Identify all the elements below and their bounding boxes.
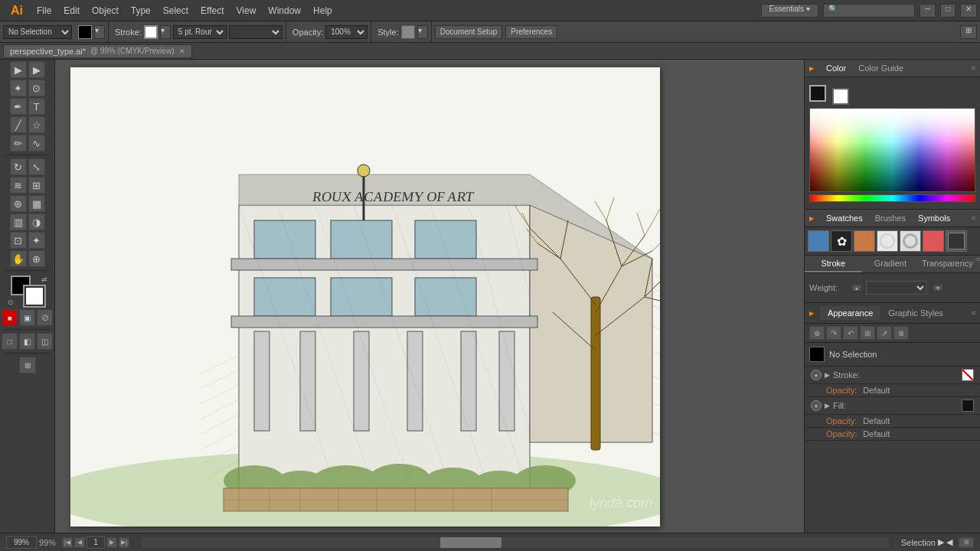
close-btn[interactable]: ✕ (960, 4, 977, 18)
eyedropper-tool[interactable]: ✦ (28, 232, 45, 249)
menu-select[interactable]: Select (157, 4, 194, 18)
close-tab-btn[interactable]: ✕ (179, 47, 185, 55)
selection-status[interactable]: Selection ▶ ◀ (901, 537, 952, 547)
style-arrow[interactable]: ▾ (417, 25, 428, 39)
none-mode-btn[interactable]: ⊘ (37, 309, 53, 326)
reset-colors-icon[interactable]: ⊙ (8, 298, 14, 306)
minimize-btn[interactable]: ─ (920, 4, 936, 18)
weight-up-btn[interactable]: ▲ (852, 285, 861, 291)
rotate-tool[interactable]: ↻ (10, 158, 27, 175)
page-input[interactable] (87, 536, 105, 549)
screen-mode-btn[interactable]: ⊞ (19, 357, 36, 373)
draw-inside-btn[interactable]: ◫ (37, 333, 53, 350)
color-panel-collapse[interactable]: ▶ (809, 65, 814, 72)
stroke-row-swatch[interactable] (962, 369, 974, 381)
color-bg-swatch[interactable] (832, 88, 849, 105)
fill-swatch[interactable] (78, 25, 92, 39)
stroke-tab[interactable]: Stroke (805, 256, 862, 272)
magic-wand-tool[interactable]: ✦ (10, 80, 27, 96)
swatches-panel-opts[interactable]: ≡ (972, 214, 975, 222)
appearance-tool-1[interactable]: ⊕ (809, 326, 825, 340)
appearance-tab[interactable]: Appearance (820, 306, 880, 320)
maximize-btn[interactable]: □ (940, 4, 956, 18)
graph-tool[interactable]: ▦ (28, 195, 45, 212)
graphic-styles-tab[interactable]: Graphic Styles (880, 306, 951, 320)
menu-edit[interactable]: Edit (57, 4, 86, 18)
appearance-tool-3[interactable]: ↶ (843, 326, 858, 340)
opacity-select[interactable]: 100% (325, 25, 368, 39)
appearance-tool-5[interactable]: ↗ (877, 326, 892, 340)
free-transform-tool[interactable]: ⊞ (28, 177, 45, 194)
appearance-tool-6[interactable]: ⊗ (893, 326, 909, 340)
column-graph-tool[interactable]: ▥ (10, 214, 27, 230)
swatch-1[interactable] (808, 230, 829, 252)
weight-down-btn[interactable]: ▼ (933, 285, 942, 291)
pie-tool[interactable]: ◑ (28, 214, 45, 230)
menu-help[interactable]: Help (307, 4, 338, 18)
gradient-tab[interactable]: Gradient (862, 256, 920, 272)
stroke-arrow[interactable]: ▾ (160, 25, 171, 39)
artboard[interactable]: ROUX ACADEMY OF ART (70, 67, 660, 527)
brushes-tab[interactable]: Brushes (869, 212, 912, 224)
stroke-style-select[interactable] (229, 25, 283, 39)
stroke-color-swatch[interactable] (24, 286, 44, 306)
preferences-btn[interactable]: Preferences (505, 25, 557, 39)
transparency-tab[interactable]: Transparency (919, 256, 976, 272)
stroke-visibility[interactable]: ● (811, 370, 822, 380)
scale-tool[interactable]: ⤡ (28, 158, 45, 175)
color-panel-opts[interactable]: ≡ (972, 64, 975, 72)
swatches-panel-collapse[interactable]: ▶ (809, 215, 814, 222)
stroke-expand[interactable]: ▶ (825, 371, 830, 379)
type-tool[interactable]: T (28, 98, 45, 115)
swatches-tab[interactable]: Swatches (820, 212, 869, 224)
canvas-area[interactable]: ROUX ACADEMY OF ART (55, 60, 804, 533)
stroke-weight-select[interactable]: 5 pt. Round (173, 25, 227, 39)
symbols-tab[interactable]: Symbols (912, 212, 956, 224)
menu-object[interactable]: Object (86, 4, 125, 18)
first-page-btn[interactable]: |◀ (62, 537, 73, 548)
lasso-tool[interactable]: ⊙ (28, 80, 45, 96)
menu-effect[interactable]: Effect (194, 4, 230, 18)
selection-tool[interactable]: ▶ (10, 61, 27, 78)
swatch-5[interactable] (900, 230, 921, 252)
hand-tool[interactable]: ✋ (10, 250, 27, 267)
color-spectrum[interactable] (809, 108, 975, 192)
shape-tool[interactable]: ☆ (28, 116, 45, 133)
line-tool[interactable]: ╱ (10, 116, 27, 133)
document-tab[interactable]: perspective_type.ai* @ 99% (CMYK/Preview… (3, 44, 192, 58)
selection-mode-select[interactable]: No Selection (3, 25, 72, 39)
menu-view[interactable]: View (230, 4, 263, 18)
warp-tool[interactable]: ≋ (10, 177, 27, 194)
swatch-6[interactable] (923, 230, 944, 252)
appearance-tool-2[interactable]: ↷ (826, 326, 841, 340)
menu-file[interactable]: File (31, 4, 57, 18)
weight-select[interactable] (866, 281, 927, 295)
symbol-tool[interactable]: ⊛ (10, 195, 27, 212)
stroke-swatch[interactable] (144, 25, 158, 39)
color-fg-swatch[interactable] (809, 85, 826, 102)
color-tab[interactable]: Color (820, 62, 852, 74)
color-guide-tab[interactable]: Color Guide (852, 62, 910, 74)
essentials-dropdown[interactable]: Essentials ▾ (761, 4, 818, 18)
fill-expand[interactable]: ▶ (825, 402, 830, 409)
swatch-7[interactable] (946, 230, 967, 252)
search-icon[interactable]: 🔍 (823, 4, 915, 18)
document-setup-btn[interactable]: Document Setup (435, 25, 503, 39)
pen-tool[interactable]: ✒ (10, 98, 27, 115)
zoom-input[interactable] (6, 536, 37, 549)
artboard-icon[interactable]: ⊞ (959, 537, 974, 548)
gradient-mode-btn[interactable]: ▣ (19, 309, 35, 326)
appearance-collapse[interactable]: ▶ (809, 310, 814, 317)
swatch-2[interactable]: ✿ (831, 230, 852, 252)
stroke-opts[interactable]: ≡ (976, 256, 980, 272)
prev-page-btn[interactable]: ◀ (74, 537, 85, 548)
brush-tool[interactable]: ∿ (28, 135, 45, 152)
last-page-btn[interactable]: ▶| (119, 537, 129, 548)
fill-arrow[interactable]: ▾ (94, 25, 105, 39)
zoom-tool[interactable]: ⊕ (28, 250, 45, 267)
swatch-3[interactable] (854, 230, 875, 252)
color-mode-btn[interactable]: ■ (2, 309, 18, 326)
appearance-tool-4[interactable]: ⊞ (860, 326, 875, 340)
fill-visibility[interactable]: ● (811, 400, 822, 411)
fill-row-swatch[interactable] (962, 399, 974, 412)
